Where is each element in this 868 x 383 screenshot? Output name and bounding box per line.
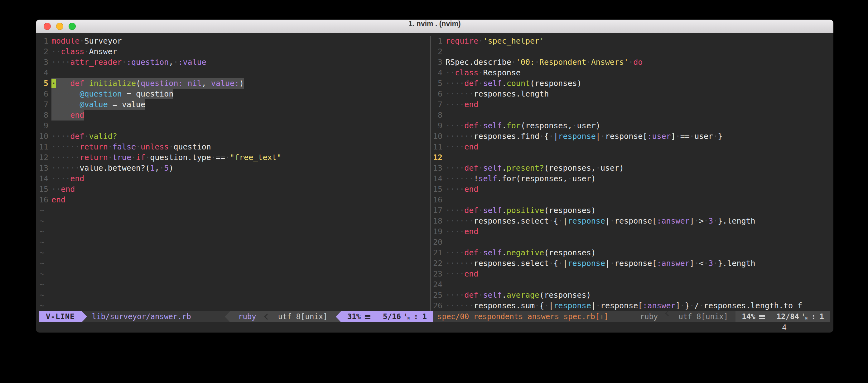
code-line[interactable]: 5····def·self.count(responses) — [433, 78, 830, 89]
line-number: 17 — [433, 205, 442, 216]
whitespace-dot: · — [122, 58, 127, 67]
whitespace-dot: · — [535, 301, 539, 310]
code-line[interactable]: 3RSpec.describe·'00:·Respondent·Answers'… — [433, 57, 830, 68]
code-line[interactable]: 22······responses.select·{·|response|·re… — [433, 258, 830, 269]
code-token: ···· — [52, 174, 70, 183]
code-line[interactable]: 16 — [433, 195, 830, 205]
line-number: 19 — [433, 227, 442, 237]
code-line[interactable]: 13····def·self.present?(responses,·user) — [433, 163, 830, 173]
code-line[interactable]: 5····def·initialize(question:·nil,·value… — [39, 78, 429, 89]
line-number: 26 — [433, 301, 442, 311]
line-number: 15 — [433, 184, 442, 195]
whitespace-dot: · — [56, 110, 61, 119]
code-line[interactable]: 1require·'spec_helper' — [433, 36, 830, 46]
line-number-icon — [759, 315, 765, 319]
code-token: (responses) — [544, 248, 596, 257]
code-token: question: — [141, 79, 183, 88]
code-line[interactable]: 7······@value·=·value — [39, 99, 429, 110]
whitespace-dot: · — [117, 100, 122, 109]
code-line[interactable]: 13······value.between?(1,·5) — [39, 163, 429, 173]
code-token: def — [70, 132, 84, 141]
whitespace-dot: · — [108, 100, 113, 109]
statusline-right-group: ruby utf-8[unix] — [230, 311, 341, 322]
code-line[interactable]: 12······return·true·if·question.type·==·… — [39, 152, 429, 163]
whitespace-dot: · — [455, 269, 460, 278]
line-number: 21 — [433, 248, 442, 258]
code-line[interactable]: 3····attr_reader·:question,·:value — [39, 57, 429, 68]
whitespace-dot: · — [445, 164, 450, 173]
code-line[interactable]: 16end — [39, 195, 429, 205]
whitespace-dot: · — [478, 36, 483, 45]
line-text: ······value.between?(1,·5) — [52, 163, 173, 173]
whitespace-dot: · — [455, 216, 460, 225]
code-line[interactable]: 26······responses.sum·{·|response|·respo… — [433, 301, 830, 311]
code-token: (responses) — [544, 206, 596, 215]
code-line[interactable]: 12 — [433, 152, 830, 163]
code-line[interactable]: 17····def·self.positive(responses) — [433, 205, 830, 216]
whitespace-dot: · — [690, 301, 694, 310]
whitespace-dot: · — [450, 142, 455, 151]
line-text: ····end — [445, 269, 478, 279]
code-line[interactable]: 1module·Surveyor — [39, 36, 429, 46]
code-line[interactable]: 2 — [433, 46, 830, 57]
code-line[interactable]: 8····end — [39, 110, 429, 120]
code-line[interactable]: 10······responses.find·{·|response|·resp… — [433, 131, 830, 142]
whitespace-dot: · — [455, 121, 460, 130]
titlebar[interactable]: 1. nvim . (nvim) — [36, 20, 833, 33]
code-line[interactable]: 2··class·Answer — [39, 46, 429, 57]
whitespace-dot: · — [455, 248, 460, 257]
whitespace-dot: · — [610, 259, 615, 268]
code-line[interactable]: 6······responses.length — [433, 89, 830, 99]
code-line[interactable]: 7····end — [433, 99, 830, 110]
code-line[interactable]: 24 — [433, 279, 830, 290]
whitespace-dot: · — [445, 290, 450, 300]
editor-pane-right[interactable]: 1require·'spec_helper'23RSpec.describe·'… — [433, 36, 830, 311]
code-line[interactable]: 15····end — [433, 184, 830, 195]
whitespace-dot: · — [455, 100, 460, 109]
powerline-arrow-icon — [225, 311, 230, 322]
whitespace-dot: · — [469, 301, 474, 310]
code-line[interactable]: 9 — [39, 120, 429, 131]
code-token: ······responses.select·{·| — [445, 216, 567, 225]
code-line[interactable]: 11······return·false·unless·question — [39, 142, 429, 152]
code-line[interactable]: 8 — [433, 110, 830, 120]
code-token: def — [464, 79, 478, 88]
code-line[interactable]: 10····def·valid? — [39, 131, 429, 142]
statuslines: V-LINE lib/surveyor/answer.rb ruby utf-8… — [39, 311, 830, 322]
code-line[interactable]: 4··class·Response — [433, 68, 830, 78]
code-token: · — [108, 142, 113, 151]
code-line[interactable]: 20 — [433, 237, 830, 248]
code-line[interactable]: 14······!self.for(responses,·user) — [433, 173, 830, 184]
code-token: end — [70, 174, 84, 183]
code-line[interactable]: 18······responses.select·{·|response|·re… — [433, 216, 830, 227]
whitespace-dot: · — [445, 174, 450, 183]
cursor-position-indicator: 14% 12/84 LN : 1 — [736, 311, 830, 322]
code-line[interactable]: 23····end — [433, 269, 830, 279]
line-number: 13 — [433, 163, 442, 173]
code-line[interactable]: 15··end — [39, 184, 429, 195]
code-line[interactable]: 9····def·self.for(responses,·user) — [433, 120, 830, 131]
code-token: . — [502, 164, 507, 173]
whitespace-dot: · — [699, 301, 704, 310]
code-line[interactable]: 4 — [39, 68, 429, 78]
whitespace-dot: · — [136, 142, 141, 151]
command-line[interactable]: 4 — [39, 322, 830, 333]
code-line[interactable]: 25····def·self.average(responses) — [433, 290, 830, 301]
whitespace-dot: · — [460, 121, 464, 130]
code-line[interactable]: 14····end — [39, 173, 429, 184]
code-line[interactable]: 11····end — [433, 142, 830, 152]
code-line[interactable]: 21····def·self.negative(responses) — [433, 248, 830, 258]
whitespace-dot: · — [455, 90, 460, 98]
whitespace-dot: · — [464, 132, 469, 141]
powerline-arrow-icon — [336, 311, 341, 322]
code-token: def — [464, 248, 478, 257]
code-line[interactable]: 19····end — [433, 227, 830, 237]
code-token: |·response[ — [591, 301, 643, 310]
whitespace-dot: · — [61, 100, 65, 109]
line-number: 4 — [433, 68, 442, 78]
editor-pane-left[interactable]: 1module·Surveyor2··class·Answer3····attr… — [39, 36, 429, 311]
maxlinenr-icon: LN — [405, 314, 410, 320]
whitespace-dot: · — [455, 142, 460, 151]
code-line[interactable]: 6······@question·=·question — [39, 89, 429, 99]
window-separator[interactable] — [429, 36, 433, 311]
